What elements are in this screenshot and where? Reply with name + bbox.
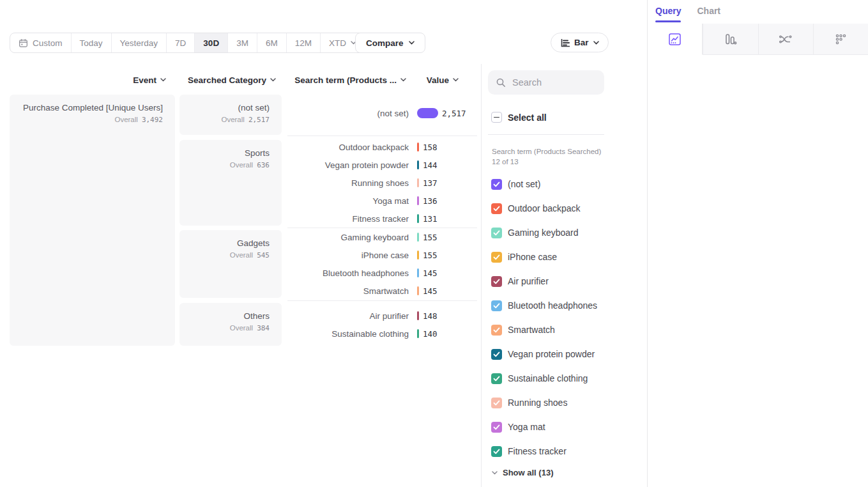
legend-item[interactable]: iPhone case bbox=[491, 245, 638, 269]
category-overall: Overall2,517 bbox=[186, 114, 270, 125]
legend-item[interactable]: Running shoes bbox=[491, 390, 638, 415]
date-range-yesterday[interactable]: Yesterday bbox=[112, 33, 167, 52]
retention-icon[interactable] bbox=[813, 24, 868, 55]
category-overall: Overall545 bbox=[186, 250, 270, 261]
date-range-30d[interactable]: 30D bbox=[195, 33, 228, 52]
value-text: 140 bbox=[423, 329, 438, 339]
search-input[interactable] bbox=[512, 77, 589, 88]
category-name: Gadgets bbox=[186, 237, 270, 249]
term-row[interactable]: Bluetooth headphones 145 bbox=[287, 264, 479, 282]
legend-item[interactable]: (not set) bbox=[491, 172, 638, 196]
value-bar bbox=[417, 143, 419, 151]
term-row[interactable]: Gaming keyboard 155 bbox=[287, 228, 479, 246]
flows-icon[interactable] bbox=[758, 24, 813, 55]
value-bar bbox=[417, 214, 419, 223]
date-range-custom[interactable]: Custom bbox=[10, 33, 72, 52]
checked-checkbox-icon[interactable] bbox=[491, 446, 502, 457]
value-bar bbox=[417, 178, 419, 187]
legend-item[interactable]: Smartwatch bbox=[491, 318, 638, 342]
term-row[interactable]: iPhone case 155 bbox=[287, 246, 479, 264]
legend-item[interactable]: Vegan protein powder bbox=[491, 342, 638, 366]
checked-checkbox-icon[interactable] bbox=[491, 179, 502, 190]
value-bar bbox=[417, 233, 419, 242]
column-header-event[interactable]: Event bbox=[10, 75, 166, 85]
insights-icon[interactable] bbox=[648, 24, 703, 55]
legend-item-label: Air purifier bbox=[508, 276, 549, 286]
checked-checkbox-icon[interactable] bbox=[491, 252, 502, 263]
sort-chevron-icon bbox=[270, 78, 276, 82]
legend-item-label: Sustainable clothing bbox=[508, 373, 588, 383]
column-header-label: Value bbox=[427, 75, 449, 85]
legend-item[interactable]: Yoga mat bbox=[491, 415, 638, 439]
term-row[interactable]: Fitness tracker 131 bbox=[287, 210, 479, 228]
date-range-7d[interactable]: 7D bbox=[167, 33, 195, 52]
term-row[interactable]: Yoga mat 136 bbox=[287, 192, 479, 210]
funnels-icon[interactable] bbox=[703, 24, 758, 55]
sort-chevron-icon bbox=[400, 78, 406, 82]
select-all-toggle[interactable]: Select all bbox=[491, 112, 547, 123]
show-all-link[interactable]: Show all (13) bbox=[492, 468, 553, 477]
event-cell[interactable]: Purchase Completed [Unique Users] Overal… bbox=[10, 95, 175, 346]
date-range-label: 7D bbox=[175, 38, 186, 48]
value-bar bbox=[417, 311, 419, 320]
column-header-search-term[interactable]: Search term (Products ... bbox=[281, 75, 406, 85]
column-header-value[interactable]: Value bbox=[415, 75, 459, 85]
term-row[interactable]: Smartwatch 145 bbox=[287, 282, 479, 300]
term-row[interactable]: Vegan protein powder 144 bbox=[287, 156, 479, 174]
checked-checkbox-icon[interactable] bbox=[491, 349, 502, 360]
insights-report-page: CustomTodayYesterday7D30D3M6M12MXTD Comp… bbox=[0, 0, 868, 487]
term-row[interactable]: Air purifier 148 bbox=[287, 307, 479, 325]
legend-item[interactable]: Air purifier bbox=[491, 269, 638, 293]
category-cell[interactable]: Gadgets Overall545 bbox=[179, 230, 282, 298]
legend-item[interactable]: Outdoor backpack bbox=[491, 196, 638, 220]
chart-type-select[interactable]: Bar bbox=[551, 33, 609, 52]
report-type-tabs bbox=[648, 24, 868, 55]
indeterminate-checkbox-icon[interactable] bbox=[491, 112, 502, 123]
checked-checkbox-icon[interactable] bbox=[491, 422, 502, 433]
legend-item[interactable]: Fitness tracker bbox=[491, 439, 638, 463]
value-text: 144 bbox=[423, 160, 438, 170]
column-header-label: Search term (Products ... bbox=[294, 75, 397, 85]
term-label: Yoga mat bbox=[287, 196, 409, 206]
date-range-3m[interactable]: 3M bbox=[228, 33, 257, 52]
legend-item-label: Vegan protein powder bbox=[508, 349, 595, 359]
tab-chart[interactable]: Chart bbox=[697, 2, 720, 22]
date-range-label: 3M bbox=[236, 38, 248, 48]
checked-checkbox-icon[interactable] bbox=[491, 228, 502, 238]
date-range-label: Today bbox=[80, 38, 103, 48]
checked-checkbox-icon[interactable] bbox=[491, 276, 502, 287]
category-cell[interactable]: Others Overall384 bbox=[179, 303, 282, 346]
date-range-picker: CustomTodayYesterday7D30D3M6M12MXTD bbox=[10, 33, 365, 53]
term-row[interactable]: Running shoes 137 bbox=[287, 174, 479, 192]
compare-button[interactable]: Compare bbox=[355, 33, 425, 53]
checked-checkbox-icon[interactable] bbox=[491, 325, 502, 336]
category-cell[interactable]: (not set) Overall2,517 bbox=[179, 95, 282, 135]
column-header-label: Searched Category bbox=[188, 75, 266, 85]
date-range-6m[interactable]: 6M bbox=[257, 33, 287, 52]
date-range-today[interactable]: Today bbox=[72, 33, 112, 52]
value-text: 136 bbox=[423, 196, 438, 206]
term-row[interactable]: (not set) 2,517 bbox=[287, 104, 479, 122]
checked-checkbox-icon[interactable] bbox=[491, 398, 502, 408]
legend-item[interactable]: Bluetooth headphones bbox=[491, 293, 638, 318]
chevron-down-icon bbox=[409, 41, 415, 45]
term-label: Smartwatch bbox=[287, 286, 409, 296]
value-text: 137 bbox=[423, 178, 438, 188]
checked-checkbox-icon[interactable] bbox=[491, 373, 502, 384]
legend-item[interactable]: Sustainable clothing bbox=[491, 366, 638, 390]
checked-checkbox-icon[interactable] bbox=[491, 203, 502, 214]
value-bar bbox=[417, 329, 419, 338]
checked-checkbox-icon[interactable] bbox=[491, 300, 502, 311]
value-text: 158 bbox=[423, 143, 438, 152]
category-cell[interactable]: Sports Overall636 bbox=[179, 140, 282, 226]
date-range-12m[interactable]: 12M bbox=[287, 33, 321, 52]
tab-query[interactable]: Query bbox=[655, 2, 681, 22]
date-range-label: 30D bbox=[203, 38, 219, 48]
legend-item[interactable]: Gaming keyboard bbox=[491, 220, 638, 245]
term-row[interactable]: Outdoor backpack 158 bbox=[287, 138, 479, 156]
legend-search[interactable] bbox=[488, 70, 604, 95]
column-header-searched-category[interactable]: Searched Category bbox=[179, 75, 276, 85]
value-text: 155 bbox=[423, 233, 438, 242]
term-label: Air purifier bbox=[287, 311, 409, 321]
term-row[interactable]: Sustainable clothing 140 bbox=[287, 325, 479, 343]
